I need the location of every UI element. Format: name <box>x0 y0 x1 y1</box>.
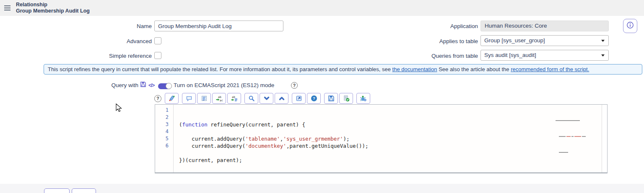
simple-reference-checkbox[interactable] <box>154 52 161 59</box>
svg-text:?: ? <box>313 96 315 100</box>
code-area[interactable]: (function refineQuery(current, parent) {… <box>174 105 602 172</box>
query-with-label: Query with <box>55 82 138 88</box>
recommended-form-link[interactable]: recommended form of the script. <box>511 66 589 72</box>
toggle-knob <box>166 83 172 89</box>
queries-from-table-select[interactable]: Sys audit [sys_audit] <box>480 50 609 61</box>
application-field: Human Resources: Core <box>480 21 609 31</box>
save-script-icon[interactable] <box>140 81 146 89</box>
toolbar-help-icon[interactable] <box>154 95 161 102</box>
application-label: Application <box>394 23 478 29</box>
advanced-checkbox[interactable] <box>154 37 161 44</box>
line-number-gutter: 123456 <box>155 105 174 172</box>
applies-to-table-select[interactable]: Group [sys_user_group] <box>480 35 609 46</box>
help-button[interactable]: ? <box>307 93 321 104</box>
code-line: (function refineQuery(current, parent) { <box>179 121 602 128</box>
code-line: current.addQuery('tablename','sys_user_g… <box>179 135 602 142</box>
application-info-button[interactable] <box>623 19 637 33</box>
simple-reference-label: Simple reference <box>68 53 152 59</box>
svg-text:ab: ab <box>218 95 221 99</box>
applies-to-table-label: Applies to table <box>394 38 478 44</box>
svg-text:ac: ac <box>220 99 223 102</box>
name-input[interactable] <box>154 21 283 31</box>
queries-from-table-label: Queries from table <box>394 53 478 59</box>
replace-button[interactable]: abac <box>212 93 226 104</box>
code-icon[interactable]: </> <box>148 82 154 88</box>
footer-button-2[interactable] <box>72 188 96 193</box>
es12-mode-toggle[interactable] <box>158 83 171 89</box>
page-title: Relationship Group Membership Audit Log <box>16 2 90 14</box>
advanced-label: Advanced <box>68 38 152 44</box>
info-message-text-2: See also the article about the <box>437 66 511 72</box>
header-bar: Relationship Group Membership Audit Log <box>0 0 644 16</box>
record-type-title: Relationship <box>16 2 90 8</box>
info-message: This script refines the query in current… <box>44 64 642 75</box>
script-editor[interactable]: 123456 (function refineQuery(current, pa… <box>155 104 608 173</box>
info-icon <box>626 21 634 31</box>
hamburger-menu-icon[interactable] <box>4 5 10 10</box>
chevron-down-icon <box>601 40 605 42</box>
editor-toolbar-groups: abacab? <box>165 93 370 104</box>
record-name-title: Group Membership Audit Log <box>16 8 90 14</box>
debug-button[interactable] <box>356 93 370 104</box>
editor-scrollbar[interactable] <box>602 105 607 172</box>
format-lines-button[interactable] <box>197 93 211 104</box>
code-line: })(current, parent); <box>179 157 602 164</box>
mouse-cursor <box>116 103 122 114</box>
footer-band <box>0 184 644 193</box>
relationship-form-page: Relationship Group Membership Audit Log … <box>0 0 644 193</box>
code-line <box>179 128 602 135</box>
search-button[interactable] <box>244 93 258 104</box>
find-next-button[interactable] <box>260 93 273 104</box>
svg-text:ab: ab <box>232 95 235 99</box>
find-previous-button[interactable] <box>275 93 288 104</box>
code-lines: (function refineQuery(current, parent) {… <box>179 121 602 164</box>
toggle-comment-button[interactable] <box>182 93 196 104</box>
code-line <box>179 149 602 157</box>
name-label: Name <box>68 23 152 29</box>
replace-all-button[interactable]: ab <box>227 93 241 104</box>
chevron-down-icon <box>601 54 605 57</box>
queries-from-table-value: Sys audit [sys_audit] <box>484 52 536 58</box>
save-button[interactable] <box>324 93 338 104</box>
format-code-button[interactable] <box>165 93 179 104</box>
applies-to-table-value: Group [sys_user_group] <box>484 37 545 44</box>
footer-button-1[interactable] <box>44 188 70 193</box>
info-message-text-1: This script refines the query in current… <box>48 66 392 72</box>
editor-toolbar: abacab? <box>154 93 370 104</box>
documentation-link[interactable]: the documentation <box>392 66 437 72</box>
code-line: current.addQuery('documentkey',parent.ge… <box>179 142 602 149</box>
open-new-window-button[interactable] <box>292 93 306 104</box>
es12-mode-label: Turn on ECMAScript 2021 (ES12) mode <box>174 82 274 88</box>
es12-help-icon[interactable] <box>291 82 298 89</box>
syntax-check-button[interactable] <box>339 93 353 104</box>
editor-minimap <box>556 106 599 168</box>
